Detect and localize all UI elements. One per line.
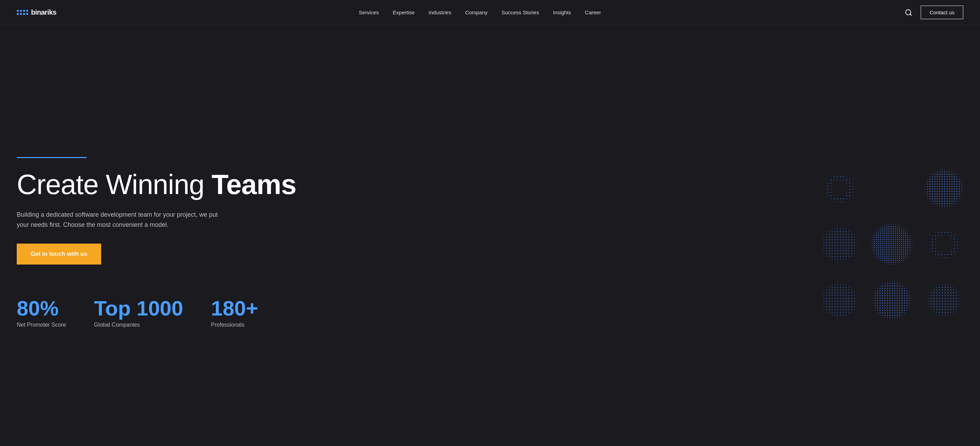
svg-point-21 [923,223,965,265]
dot-sphere-2-empty [869,166,915,211]
dots-grid [817,152,963,326]
nav-item-insights[interactable]: Insights [553,10,571,15]
svg-point-9 [924,168,964,209]
hero-title-bold: Teams [212,169,296,200]
svg-line-1 [910,14,912,15]
nav-item-company[interactable]: Company [465,10,488,15]
stat-professionals: 180+ Professionals [211,298,258,328]
hero-subtitle: Building a dedicated software developmen… [17,210,219,230]
dot-sphere-9 [921,277,967,323]
nav-links: Services Expertise Industries Company Su… [359,10,601,16]
search-button[interactable] [903,7,914,18]
logo-link[interactable]: binariks [17,8,57,16]
hero-title: Create Winning Teams [17,169,296,200]
dot-sphere-4 [817,221,862,267]
hero-section: Create Winning Teams Building a dedicate… [0,25,980,446]
contact-button[interactable]: Contact us [921,6,963,19]
svg-point-33 [927,283,961,318]
stat-professionals-value: 180+ [211,298,258,319]
dot-sphere-3 [921,166,967,211]
stat-nps-value: 80% [17,298,66,319]
svg-point-13 [820,225,859,263]
nav-item-expertise[interactable]: Expertise [393,10,415,15]
hero-title-part1: Create Winning [17,169,212,200]
stats-section: 80% Net Promoter Score Top 1000 Global C… [17,287,296,328]
nav-item-success-stories[interactable]: Success Stories [501,10,539,15]
svg-point-29 [872,280,912,320]
svg-point-25 [821,281,858,319]
logo-text: binariks [31,8,57,16]
stat-nps-label: Net Promoter Score [17,322,66,328]
stat-top1000-label: Global Companies [94,322,183,328]
nav-item-industries[interactable]: Industries [429,10,451,15]
logo-icon [17,10,28,15]
navbar: binariks Services Expertise Industries C… [0,0,980,25]
cta-button[interactable]: Get in touch with us [17,244,101,264]
dot-sphere-1 [817,166,862,211]
svg-point-5 [819,167,861,209]
dot-sphere-5 [869,221,915,267]
svg-point-17 [870,223,913,266]
dot-sphere-6 [921,221,967,267]
hero-visual [817,152,963,326]
hero-content: Create Winning Teams Building a dedicate… [17,150,296,328]
nav-item-services[interactable]: Services [359,10,379,15]
stat-nps: 80% Net Promoter Score [17,298,66,328]
nav-actions: Contact us [903,6,963,19]
search-icon [905,9,912,16]
stat-professionals-label: Professionals [211,322,258,328]
hero-accent-line [17,157,86,158]
dot-sphere-7 [817,277,862,323]
stat-top1000-value: Top 1000 [94,298,183,319]
stat-top1000: Top 1000 Global Companies [94,298,183,328]
nav-item-career[interactable]: Career [585,10,601,15]
dot-sphere-8 [869,277,915,323]
